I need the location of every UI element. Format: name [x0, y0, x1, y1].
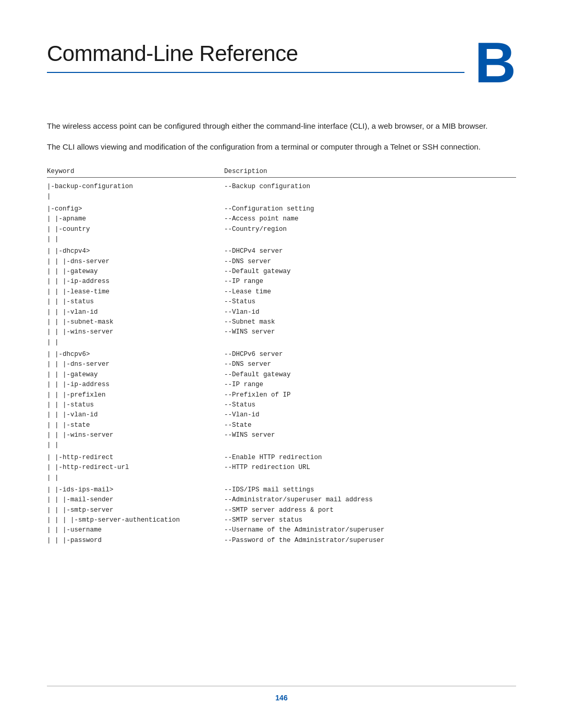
table-row: | | [47, 338, 516, 348]
description-cell: --SMTP server address & port [224, 505, 516, 515]
keyword-cell: | |-dhcpv6> [47, 350, 224, 360]
table-row: |-config>--Configuration setting [47, 204, 516, 214]
description-cell: --Prefixlen of IP [224, 390, 516, 400]
intro-paragraph-1: The wireless access point can be configu… [47, 120, 516, 132]
description-cell [224, 440, 516, 450]
keyword-cell: |-config> [47, 204, 224, 214]
keyword-cell: | | [47, 338, 224, 348]
description-cell: --Status [224, 400, 516, 410]
keyword-cell: | | |-subnet-mask [47, 317, 224, 327]
description-cell: --Default gateway [224, 267, 516, 277]
page-number: 146 [0, 694, 563, 702]
table-row: | | |-smtp-server--SMTP server address &… [47, 505, 516, 515]
keyword-cell: | | |-dns-server [47, 360, 224, 369]
keyword-cell: | | |-ip-address [47, 380, 224, 390]
table-row: | | |-dns-server--DNS server [47, 257, 516, 267]
keyword-cell: | | [47, 235, 224, 244]
table-row: |-backup-configuration--Backup configura… [47, 182, 516, 192]
description-cell: --HTTP redirection URL [224, 463, 516, 473]
table-header-row: Keyword Description [47, 168, 516, 175]
description-cell: --Password of the Administrator/superuse… [224, 536, 516, 546]
description-cell: --Status [224, 297, 516, 307]
description-cell: --WINS server [224, 430, 516, 440]
keyword-cell: | | |-wins-server [47, 327, 224, 337]
description-cell: --Backup configuration [224, 182, 516, 192]
description-cell: --DNS server [224, 360, 516, 369]
table-row: | | |-state--State [47, 421, 516, 430]
description-cell: --Default gateway [224, 370, 516, 380]
title-underline [47, 72, 464, 73]
keyword-cell: |-backup-configuration [47, 182, 224, 192]
description-cell: --WINS server [224, 327, 516, 337]
table-row: | [47, 192, 516, 202]
description-cell: --DHCPv4 server [224, 246, 516, 256]
keyword-cell: | |-country [47, 225, 224, 235]
keyword-cell: | | |-status [47, 400, 224, 410]
keyword-cell: | | |-mail-sender [47, 495, 224, 505]
table-row: | | |-status--Status [47, 297, 516, 307]
appendix-letter: B [475, 34, 516, 91]
keyword-cell: | | |-username [47, 525, 224, 535]
table-row: | |-ids-ips-mail>--IDS/IPS mail settings [47, 485, 516, 495]
description-cell: --Vlan-id [224, 307, 516, 317]
table-row: | | |-gateway--Default gateway [47, 267, 516, 277]
table-row: | | [47, 473, 516, 483]
page-title: Command-Line Reference [47, 42, 464, 66]
table-row: | | |-username--Username of the Administ… [47, 525, 516, 535]
keyword-cell: | | |-gateway [47, 267, 224, 277]
description-cell: --IP range [224, 380, 516, 390]
table-row: | |-http-redirect-url--HTTP redirection … [47, 463, 516, 473]
description-cell: --DHCPv6 server [224, 350, 516, 360]
description-cell: --DNS server [224, 257, 516, 267]
col-keyword-header: Keyword [47, 168, 224, 175]
table-row: | | |-ip-address--IP range [47, 277, 516, 287]
title-block: Command-Line Reference [47, 42, 464, 73]
keyword-cell: | | |-vlan-id [47, 410, 224, 420]
keyword-cell: | | |-gateway [47, 370, 224, 380]
description-cell: --SMTP server status [224, 515, 516, 525]
table-row: | |-dhcpv6>--DHCPv6 server [47, 350, 516, 360]
table-row: | |-apname--Access point name [47, 214, 516, 224]
keyword-cell: | | |-state [47, 421, 224, 430]
keyword-cell: | | [47, 440, 224, 450]
table-row: | | | |-smtp-server-authentication--SMTP… [47, 515, 516, 525]
description-cell: --Administrator/superuser mail address [224, 495, 516, 505]
table-rows-container: |-backup-configuration--Backup configura… [47, 182, 516, 546]
keyword-cell: | | |-status [47, 297, 224, 307]
keyword-cell: | | |-wins-server [47, 430, 224, 440]
keyword-cell: | |-apname [47, 214, 224, 224]
intro-paragraph-2: The CLI allows viewing and modification … [47, 141, 516, 153]
description-cell: --IDS/IPS mail settings [224, 485, 516, 495]
page: Command-Line Reference B The wireless ac… [0, 0, 563, 728]
description-cell [224, 192, 516, 202]
description-cell: --Country/region [224, 225, 516, 235]
keyword-cell: | | |-prefixlen [47, 390, 224, 400]
intro-text: The wireless access point can be configu… [47, 120, 516, 153]
table-row: | | |-gateway--Default gateway [47, 370, 516, 380]
keyword-cell: | | |-password [47, 536, 224, 546]
description-cell: --Username of the Administrator/superuse… [224, 525, 516, 535]
table-row: | | |-dns-server--DNS server [47, 360, 516, 369]
table-row: | | |-prefixlen--Prefixlen of IP [47, 390, 516, 400]
table-row: | | |-ip-address--IP range [47, 380, 516, 390]
description-cell: --Lease time [224, 287, 516, 297]
table-row: | | |-lease-time--Lease time [47, 287, 516, 297]
table-row: | |-http-redirect--Enable HTTP redirecti… [47, 453, 516, 463]
keyword-cell: | | [47, 473, 224, 483]
description-cell [224, 338, 516, 348]
keyword-cell: | | | |-smtp-server-authentication [47, 515, 224, 525]
table-row: | |-dhcpv4>--DHCPv4 server [47, 246, 516, 256]
description-cell: --Enable HTTP redirection [224, 453, 516, 463]
description-cell: --Vlan-id [224, 410, 516, 420]
table-row: | | |-wins-server--WINS server [47, 327, 516, 337]
col-description-header: Description [224, 168, 516, 175]
table-row: | | [47, 440, 516, 450]
description-cell: --State [224, 421, 516, 430]
table-row: | | [47, 235, 516, 244]
keyword-cell: | | |-dns-server [47, 257, 224, 267]
keyword-cell: | | |-vlan-id [47, 307, 224, 317]
keyword-cell: | [47, 192, 224, 202]
bottom-divider [47, 686, 516, 686]
table-row: | | |-vlan-id--Vlan-id [47, 307, 516, 317]
table-row: | | |-wins-server--WINS server [47, 430, 516, 440]
